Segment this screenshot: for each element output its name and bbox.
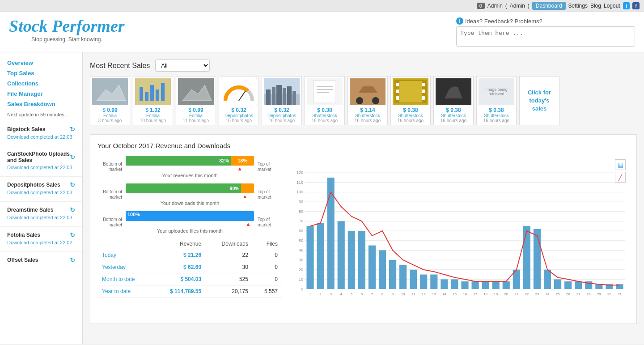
canstock-section: CanStockPhoto Uploads and Sales ↻ Downlo… bbox=[0, 146, 82, 173]
sidebar-item-top-sales[interactable]: Top Sales bbox=[0, 68, 82, 78]
fotolia-refresh-icon[interactable]: ↻ bbox=[70, 231, 75, 239]
bar-caption: Your revenues this month bbox=[126, 173, 254, 178]
svg-rect-88 bbox=[410, 270, 417, 289]
svg-text:18: 18 bbox=[483, 292, 487, 296]
svg-rect-82 bbox=[379, 250, 386, 289]
chart-icon-bar[interactable]: ▦ bbox=[615, 159, 626, 170]
bar-left-label: Bottom of market bbox=[97, 217, 122, 228]
sale-card[interactable]: $ 0.32Depositphotos16 hours ago bbox=[219, 76, 259, 125]
bigstock-status: Download completed at 22:03 bbox=[7, 134, 75, 140]
svg-rect-116 bbox=[554, 279, 561, 289]
revenue-grid: Bottom of market82%18%▲Your revenues thi… bbox=[97, 156, 629, 316]
svg-rect-8 bbox=[161, 83, 165, 101]
svg-point-30 bbox=[372, 97, 379, 104]
svg-rect-18 bbox=[276, 85, 282, 105]
svg-rect-6 bbox=[150, 85, 154, 101]
sidebar-item-sales-breakdown[interactable]: Sales Breakdown bbox=[0, 99, 82, 109]
sale-time: 16 hours ago bbox=[436, 118, 471, 123]
svg-rect-76 bbox=[348, 231, 355, 289]
row-label[interactable]: Month to date bbox=[97, 273, 153, 285]
svg-text:30: 30 bbox=[607, 292, 611, 296]
sale-thumbnail bbox=[135, 78, 171, 105]
row-label[interactable]: Year to date bbox=[97, 285, 153, 298]
facebook-button[interactable]: f bbox=[632, 2, 640, 9]
bar-chart-svg: 0102030405060708090100110120123456789101… bbox=[289, 159, 629, 311]
sale-card[interactable]: $ 0.38Shutterstock16 hours ago bbox=[305, 76, 345, 125]
row-value: 0 bbox=[253, 249, 282, 261]
svg-text:20: 20 bbox=[504, 292, 508, 296]
row-label[interactable]: Today bbox=[97, 249, 153, 261]
offset-refresh-icon[interactable]: ↻ bbox=[70, 256, 75, 264]
sale-card[interactable]: $ 0.38Shutterstock16 hours ago bbox=[390, 76, 431, 125]
row-value: 5,557 bbox=[253, 285, 282, 298]
canstock-refresh-icon[interactable]: ↻ bbox=[70, 153, 75, 161]
sale-card[interactable]: $ 1.32Fotolia10 hours ago bbox=[133, 76, 173, 125]
table-header: Revenue bbox=[153, 239, 206, 249]
revenue-title: Your October 2017 Revenue and Downloads bbox=[97, 142, 629, 149]
sale-thumbnail: Image being retrieved bbox=[479, 78, 514, 105]
svg-text:29: 29 bbox=[597, 292, 601, 296]
progress-bar-row: Bottom of market82%18%▲Your revenues thi… bbox=[97, 156, 282, 178]
row-value: 22 bbox=[206, 249, 253, 261]
bigstock-title: Bigstock Sales ↻ bbox=[7, 126, 75, 133]
admin-link[interactable]: Admin bbox=[510, 3, 525, 9]
feedback-textarea[interactable] bbox=[456, 26, 635, 47]
today-sales-card[interactable]: Click for today's sales bbox=[519, 76, 559, 125]
svg-text:1: 1 bbox=[309, 292, 311, 296]
sale-agency: Shutterstock bbox=[479, 113, 514, 118]
sale-card[interactable]: $ 0.99Fotolia11 hours ago bbox=[176, 76, 216, 125]
sale-thumbnail bbox=[221, 78, 257, 105]
row-value: $ 21.26 bbox=[153, 249, 206, 261]
revenue-table: RevenueDownloadsFilesToday$ 21.26220Yest… bbox=[97, 239, 282, 298]
sale-card[interactable]: Image being retrieved$ 0.38Shutterstock1… bbox=[476, 76, 517, 125]
svg-text:19: 19 bbox=[494, 292, 498, 296]
svg-rect-118 bbox=[564, 281, 572, 289]
today-card-text: Click for today's sales bbox=[521, 89, 557, 113]
svg-rect-70 bbox=[317, 223, 324, 289]
fotolia-section: Fotolia Sales ↻ Download completed at 22… bbox=[0, 226, 82, 248]
bar-caption: Your uploaded files this month bbox=[126, 228, 254, 234]
chart-wrap: 0102030405060708090100110120123456789101… bbox=[289, 156, 629, 316]
svg-rect-80 bbox=[369, 246, 376, 290]
sale-thumbnail bbox=[350, 78, 386, 105]
svg-text:100: 100 bbox=[297, 190, 303, 194]
svg-rect-114 bbox=[544, 270, 551, 289]
sale-price: $ 0.32 bbox=[221, 107, 257, 113]
depositphotos-refresh-icon[interactable]: ↻ bbox=[70, 181, 75, 188]
settings-link[interactable]: Settings bbox=[568, 3, 588, 9]
svg-text:31: 31 bbox=[618, 292, 622, 296]
chart-icon-line[interactable]: ╱ bbox=[615, 172, 626, 183]
sidebar-item-collections[interactable]: Collections bbox=[0, 78, 82, 89]
sale-time: 10 hours ago bbox=[135, 118, 171, 123]
sale-time: 3 hours ago bbox=[92, 118, 128, 123]
sale-card[interactable]: $ 0.38Shutterstock16 hours ago bbox=[433, 76, 474, 125]
sale-card[interactable]: $ 0.32Depositphotos16 hours ago bbox=[262, 76, 302, 125]
dashboard-link[interactable]: Dashboard bbox=[532, 2, 566, 10]
canstock-status: Download completed at 22:03 bbox=[7, 165, 75, 170]
bar-marker: ▲ bbox=[126, 193, 254, 200]
table-header: Downloads bbox=[206, 239, 253, 249]
offset-title: Offset Sales ↻ bbox=[7, 256, 75, 264]
sale-price: $ 0.99 bbox=[178, 107, 214, 113]
bar-orange-fill bbox=[241, 183, 254, 193]
logout-link[interactable]: Logout bbox=[604, 3, 620, 9]
bigstock-refresh-icon[interactable]: ↻ bbox=[70, 126, 75, 133]
svg-rect-12 bbox=[221, 78, 257, 105]
sale-card[interactable]: $ 0.99Fotolia3 hours ago bbox=[90, 76, 130, 125]
sale-card[interactable]: $ 1.14Shutterstock16 hours ago bbox=[347, 76, 388, 125]
svg-text:4: 4 bbox=[340, 292, 342, 296]
table-header bbox=[97, 239, 153, 249]
svg-text:24: 24 bbox=[546, 292, 550, 296]
svg-rect-110 bbox=[523, 226, 530, 289]
svg-text:120: 120 bbox=[297, 170, 303, 175]
sidebar-item-overview[interactable]: Overview bbox=[0, 58, 82, 68]
twitter-button[interactable]: t bbox=[623, 2, 630, 9]
dreamstime-refresh-icon[interactable]: ↻ bbox=[70, 206, 75, 213]
row-label[interactable]: Yesterday bbox=[97, 261, 153, 273]
blog-link[interactable]: Blog bbox=[590, 3, 601, 9]
progress-bar-row: Bottom of market100%▲Your uploaded files… bbox=[97, 211, 282, 234]
depositphotos-section: Depositphotos Sales ↻ Download completed… bbox=[0, 176, 82, 198]
sidebar-item-file-manager[interactable]: File Manager bbox=[0, 89, 82, 99]
svg-rect-16 bbox=[266, 89, 271, 105]
agency-filter-select[interactable]: All Fotolia Depositphotos Shutterstock bbox=[155, 60, 210, 72]
